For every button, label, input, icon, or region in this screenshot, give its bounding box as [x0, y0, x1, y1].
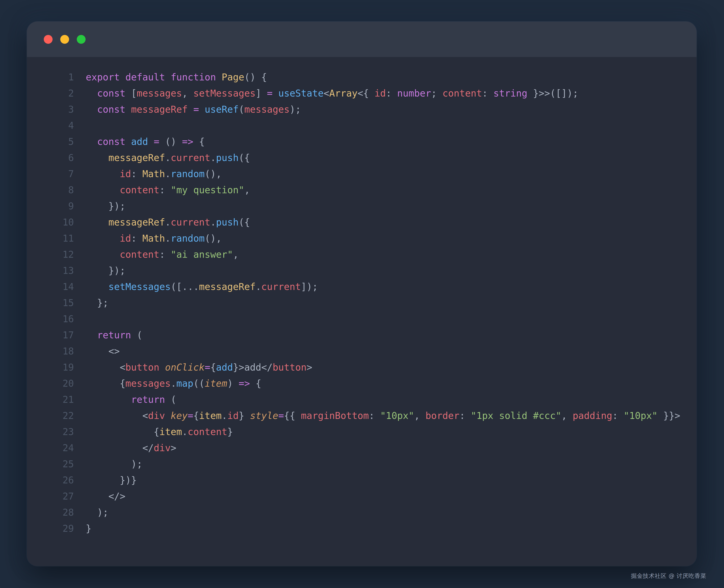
code-text: const [messages, setMessages] = useState…: [86, 85, 578, 102]
token-pl: }: [227, 426, 233, 437]
token-pl: </: [86, 443, 154, 454]
token-rd: button: [273, 362, 307, 373]
token-fn: messageRef: [199, 281, 256, 292]
token-bl: useState: [278, 88, 323, 99]
token-st: "10px": [380, 410, 414, 421]
token-kw: =: [267, 88, 273, 99]
token-pl: {: [86, 378, 126, 389]
token-kw: number: [397, 88, 431, 99]
token-st: "my question": [171, 185, 244, 195]
token-pl: :: [460, 410, 471, 421]
line-number: 16: [45, 311, 74, 327]
line-number: 13: [45, 263, 74, 279]
token-rd: padding: [573, 410, 612, 421]
token-pl: [86, 168, 120, 180]
code-text: <>: [86, 343, 120, 359]
token-pl: :: [369, 410, 380, 421]
token-pl: <: [86, 362, 126, 373]
token-pl: (: [239, 104, 244, 115]
token-kw: return: [131, 394, 165, 405]
desktop-background: 1export default function Page() {2 const…: [0, 0, 724, 588]
line-number: 15: [45, 295, 74, 311]
token-pl: [159, 362, 165, 373]
token-pl: >: [171, 443, 176, 454]
code-line: 13 });: [45, 263, 685, 279]
code-line: 19 <button onClick={add}>add</button>: [45, 359, 685, 376]
token-pl: .: [221, 410, 227, 421]
line-number: 1: [45, 69, 74, 85]
token-pl: [: [126, 88, 137, 99]
token-fn: item: [199, 410, 221, 421]
token-pl: {: [86, 426, 159, 437]
token-pl: .: [256, 281, 261, 292]
token-pl: [126, 104, 131, 115]
token-pl: );: [290, 104, 301, 115]
token-bl: useRef: [205, 104, 239, 115]
token-pl: (: [165, 394, 176, 405]
code-line: 9 });: [45, 198, 685, 214]
line-number: 6: [45, 150, 74, 166]
window-titlebar: [27, 21, 697, 57]
token-kw: const: [97, 136, 126, 147]
line-number: 29: [45, 521, 74, 537]
watermark-text: 掘金技术社区 @ 讨厌吃香菜: [631, 572, 706, 580]
line-number: 20: [45, 376, 74, 392]
token-pl: });: [86, 201, 126, 212]
code-text: {messages.map((item) => {: [86, 376, 261, 392]
token-kw: =>: [182, 136, 193, 147]
token-pl: [165, 410, 171, 421]
token-kw: return: [97, 330, 131, 341]
token-or: key: [171, 410, 188, 421]
token-pl: (: [131, 330, 142, 341]
token-pl: [86, 281, 108, 292]
zoom-button[interactable]: [77, 35, 86, 44]
code-text: <button onClick={add}>add</button>: [86, 359, 312, 376]
code-text: })}: [86, 472, 137, 488]
token-rd: button: [126, 362, 159, 373]
minimize-button[interactable]: [60, 35, 69, 44]
line-number: 3: [45, 102, 74, 118]
token-rd: messages: [137, 88, 182, 99]
token-pl: :: [386, 88, 397, 99]
token-rd: messages: [244, 104, 290, 115]
token-kw: const: [97, 104, 126, 115]
code-text: content: "my question",: [86, 182, 250, 198]
code-line: 24 </div>: [45, 440, 685, 456]
code-text: id: Math.random(),: [86, 166, 221, 182]
line-number: 21: [45, 392, 74, 408]
token-pl: [86, 152, 108, 163]
token-pl: ((: [193, 378, 205, 389]
code-line: 18 <>: [45, 343, 685, 359]
code-line: 8 content: "my question",: [45, 182, 685, 198]
token-bl: map: [176, 378, 193, 389]
line-number: 12: [45, 247, 74, 263]
code-text: {item.content}: [86, 424, 233, 440]
token-pl: .: [210, 217, 216, 228]
close-button[interactable]: [44, 35, 52, 44]
code-text: };: [86, 295, 108, 311]
token-pl: {: [193, 410, 199, 421]
code-line: 22 <div key={item.id} style={{ marginBot…: [45, 408, 685, 424]
code-text: );: [86, 505, 108, 521]
token-pl: .: [165, 233, 171, 244]
code-line: 28 );: [45, 505, 685, 521]
token-pl: [273, 88, 278, 99]
token-or: onClick: [165, 362, 205, 373]
token-pl: [86, 88, 97, 99]
token-pl: }>add</: [233, 362, 273, 373]
code-line: 20 {messages.map((item) => {: [45, 376, 685, 392]
token-kw: =>: [239, 378, 250, 389]
line-number: 25: [45, 456, 74, 472]
line-number: 2: [45, 85, 74, 102]
token-pl: (): [159, 136, 182, 147]
token-kw: =: [193, 104, 199, 115]
token-pl: ([...: [171, 281, 199, 292]
token-kw: =: [205, 362, 211, 373]
line-number: 18: [45, 343, 74, 359]
code-line: 14 setMessages([...messageRef.current]);: [45, 279, 685, 295]
code-text: setMessages([...messageRef.current]);: [86, 279, 318, 295]
token-rd: messages: [126, 378, 171, 389]
token-pl: ;: [431, 88, 443, 99]
line-number: 4: [45, 118, 74, 134]
token-rd: id: [227, 410, 239, 421]
